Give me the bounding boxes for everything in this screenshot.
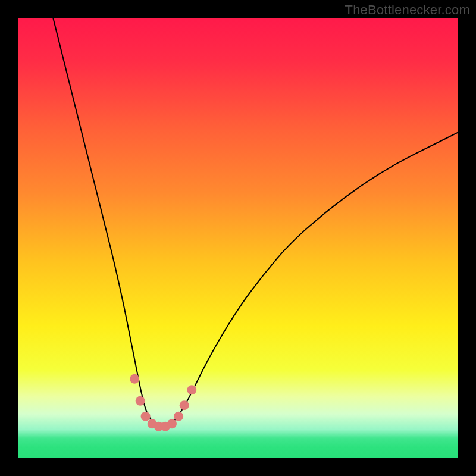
plot-area [18, 18, 458, 458]
watermark-text: TheBottlenecker.com [345, 2, 470, 18]
marker-dot [130, 374, 139, 384]
gradient-background [18, 18, 458, 458]
marker-dot [187, 385, 196, 394]
chart-frame: TheBottlenecker.com [0, 0, 476, 476]
marker-dot [141, 412, 151, 421]
marker-dot [136, 396, 145, 406]
marker-dot [167, 419, 177, 428]
marker-dot [180, 400, 189, 410]
chart-svg [18, 18, 458, 458]
marker-dot [174, 412, 183, 421]
